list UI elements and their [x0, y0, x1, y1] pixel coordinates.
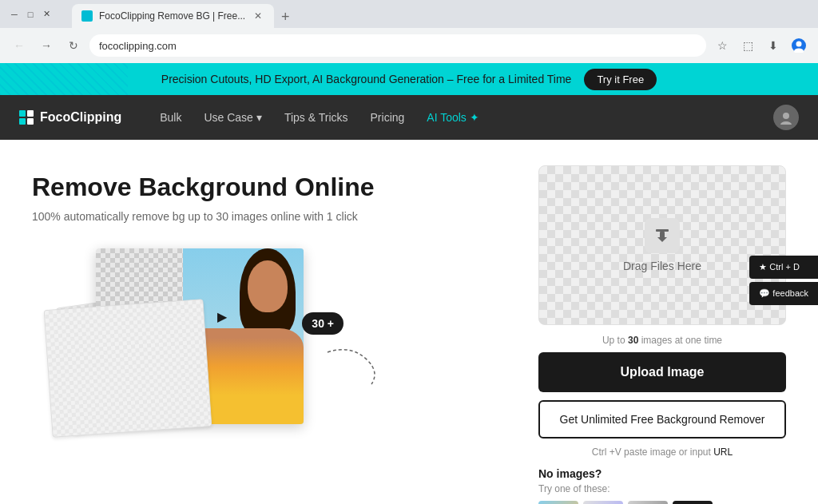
- nav-use-case[interactable]: Use Case ▾: [204, 111, 261, 124]
- banner-text: Precision Cutouts, HD Export, AI Backgro…: [161, 73, 572, 85]
- nav-tips[interactable]: Tips & Tricks: [284, 111, 348, 124]
- upload-image-button[interactable]: Upload Image: [538, 352, 786, 392]
- svg-marker-8: [657, 237, 667, 242]
- logo-dot-4: [27, 118, 34, 125]
- no-images-section: No images? Try one of these: bonton: [538, 467, 786, 504]
- left-section: Remove Background Online 100% automatica…: [32, 165, 506, 504]
- nav-bulk[interactable]: Bulk: [160, 111, 181, 124]
- navbar: FocoClipping Bulk Use Case ▾ Tips & Tric…: [0, 95, 818, 140]
- minimize-button[interactable]: ─: [8, 8, 21, 21]
- download-icon[interactable]: ⬇: [762, 34, 784, 57]
- svg-rect-6: [656, 229, 669, 232]
- sample-image-3[interactable]: [628, 501, 668, 504]
- address-input[interactable]: [99, 40, 697, 52]
- svg-point-3: [783, 113, 789, 119]
- banner-cta-button[interactable]: Try it Free: [584, 69, 657, 90]
- cursor-icon: ▶: [217, 309, 227, 324]
- upload-icon: [645, 218, 680, 253]
- extensions-icon[interactable]: ⬚: [737, 34, 759, 57]
- logo-dot-1: [19, 110, 26, 117]
- user-avatar[interactable]: [773, 105, 799, 130]
- tab-close-button[interactable]: ✕: [252, 10, 264, 22]
- sample-image-4[interactable]: bonton: [673, 501, 713, 504]
- browser-chrome: ─ □ ✕ FocoClipping Remove BG | Free... ✕…: [0, 0, 818, 63]
- reload-button[interactable]: ↻: [62, 34, 85, 57]
- nav-links: Bulk Use Case ▾ Tips & Tricks Pricing AI…: [160, 111, 748, 124]
- logo-dot-3: [19, 118, 26, 125]
- title-bar: ─ □ ✕ FocoClipping Remove BG | Free... ✕…: [0, 0, 818, 28]
- no-images-subtitle: Try one of these:: [538, 483, 786, 494]
- page-title: Remove Background Online: [32, 172, 506, 202]
- feedback-button[interactable]: 💬 feedback: [749, 282, 818, 305]
- right-section: Drag Files Here Up to 30 images at one t…: [538, 165, 786, 504]
- new-tab-button[interactable]: +: [274, 6, 296, 28]
- curved-arrow: [320, 344, 383, 392]
- active-tab[interactable]: FocoClipping Remove BG | Free... ✕: [72, 4, 274, 28]
- page-content: Precision Cutouts, HD Export, AI Backgro…: [0, 63, 818, 504]
- paste-hint: Ctrl +V paste image or input URL: [538, 446, 786, 458]
- floating-buttons: ★ Ctrl + D 💬 feedback: [749, 256, 818, 305]
- images-limit-text: Up to 30 images at one time: [538, 335, 786, 346]
- tab-favicon: [81, 10, 93, 22]
- bookmark-icon[interactable]: ☆: [711, 34, 733, 57]
- demo-area: 30 + ▶: [32, 248, 336, 456]
- address-bar-row: ← → ↻ ☆ ⬚ ⬇: [0, 28, 818, 63]
- svg-point-1: [796, 42, 802, 47]
- svg-marker-5: [367, 380, 375, 388]
- nav-pricing[interactable]: Pricing: [371, 111, 405, 124]
- page-subtitle: 100% automatically remove bg up to 30 im…: [32, 210, 506, 223]
- no-images-title: No images?: [538, 467, 786, 480]
- drop-zone-label: Drag Files Here: [623, 260, 701, 272]
- back-button[interactable]: ←: [8, 34, 30, 57]
- maximize-button[interactable]: □: [24, 8, 37, 21]
- toolbar-icons: ☆ ⬚ ⬇: [711, 34, 810, 57]
- logo[interactable]: FocoClipping: [19, 110, 121, 125]
- logo-text: FocoClipping: [40, 110, 121, 125]
- svg-point-4: [780, 121, 792, 125]
- logo-icon: [19, 110, 34, 125]
- count-badge: 30 +: [302, 312, 343, 335]
- profile-icon[interactable]: [788, 34, 810, 57]
- promo-banner: Precision Cutouts, HD Export, AI Backgro…: [0, 63, 818, 95]
- logo-dot-2: [27, 110, 34, 117]
- main-content: Remove Background Online 100% automatica…: [0, 140, 818, 504]
- address-bar[interactable]: [89, 34, 706, 57]
- sample-image-1[interactable]: [538, 501, 578, 504]
- sample-images: bonton: [538, 501, 786, 504]
- unlimited-background-remover-button[interactable]: Get Unlimited Free Background Remover: [538, 400, 786, 439]
- forward-button[interactable]: →: [35, 34, 58, 57]
- window-controls: ─ □ ✕: [8, 8, 53, 21]
- banner-pattern: [0, 63, 128, 95]
- sample-image-2[interactable]: [583, 501, 623, 504]
- dropdown-arrow-icon: ▾: [256, 111, 262, 124]
- tab-bar: FocoClipping Remove BG | Free... ✕ +: [66, 0, 303, 28]
- bookmark-shortcut-button[interactable]: ★ Ctrl + D: [749, 256, 818, 279]
- close-button[interactable]: ✕: [40, 8, 53, 21]
- tab-title: FocoClipping Remove BG | Free...: [99, 10, 245, 22]
- url-link[interactable]: URL: [713, 446, 733, 458]
- nav-ai-tools[interactable]: AI Tools ✦: [427, 111, 478, 124]
- photo-stack-mid: [44, 300, 212, 439]
